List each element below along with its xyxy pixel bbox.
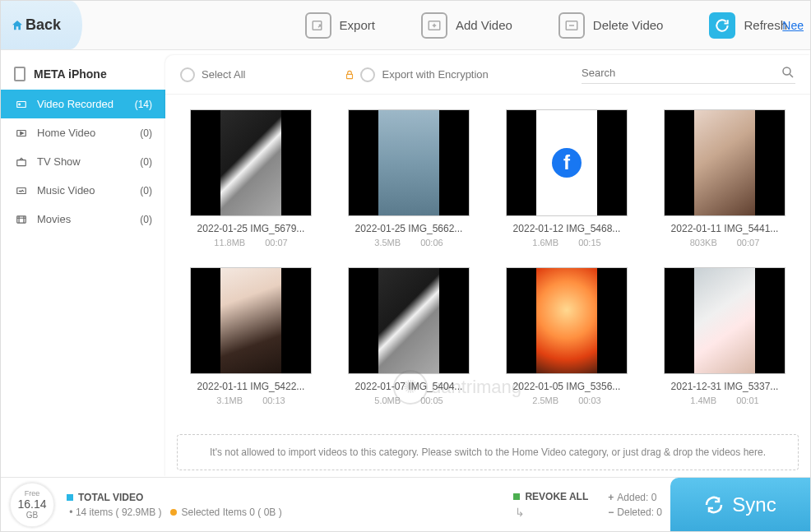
video-card[interactable]: f2022-01-12 IMG_5468...1.6MB00:15 <box>491 109 642 247</box>
sidebar-item-count: (0) <box>140 185 152 197</box>
video-duration: 00:07 <box>737 238 760 247</box>
sidebar-item-home-video[interactable]: Home Video(0) <box>1 118 165 147</box>
video-filename: 2022-01-25 IMG_5679... <box>189 223 313 234</box>
export-button[interactable]: Export <box>305 12 375 39</box>
delete-video-button[interactable]: Delete Video <box>558 12 664 39</box>
facebook-logo-icon: f <box>552 148 582 178</box>
video-size: 803KB <box>690 238 717 247</box>
video-filename: 2022-01-05 IMG_5356... <box>505 381 628 392</box>
video-duration: 00:03 <box>578 396 601 405</box>
category-icon <box>14 214 29 225</box>
device-header[interactable]: META iPhone <box>1 58 165 90</box>
deleted-count: Deleted: 0 <box>617 507 662 518</box>
total-video-detail: 14 items ( 92.9MB ) <box>76 507 162 518</box>
sidebar-item-label: Home Video <box>37 127 140 139</box>
video-meta: 803KB00:07 <box>690 238 760 247</box>
video-thumbnail <box>506 267 628 374</box>
refresh-button[interactable]: Refresh <box>709 12 787 39</box>
top-toolbar: Back Export Add Video Delete Video Refre… <box>1 1 810 50</box>
selected-items-label: Selected Items 0 ( 0B ) <box>182 507 282 518</box>
select-all-checkbox[interactable] <box>180 67 195 82</box>
top-right-link[interactable]: Nee <box>782 19 804 32</box>
video-grid-scroll[interactable]: 2022-01-25 IMG_5679...11.8MB00:072022-01… <box>165 95 810 428</box>
body: META iPhone Video Recorded(14)Home Video… <box>1 50 810 477</box>
video-duration: 00:05 <box>420 396 443 405</box>
video-meta: 5.0MB00:05 <box>374 396 443 405</box>
select-all-label: Select All <box>202 68 245 81</box>
revoke-arrow-icon: ↳ <box>513 506 593 519</box>
svg-rect-10 <box>347 74 353 78</box>
main-panel: Select All Export with Encryption 2022-0… <box>165 55 810 477</box>
refresh-label: Refresh <box>744 18 787 32</box>
add-video-button[interactable]: Add Video <box>421 12 512 39</box>
search-icon <box>781 65 795 80</box>
disk-free-unit: GB <box>26 511 38 520</box>
category-icon <box>14 99 29 110</box>
svg-point-11 <box>783 67 790 75</box>
export-icon <box>305 12 331 39</box>
video-size: 3.5MB <box>374 238 401 247</box>
video-filename: 2022-01-07 IMG_5404... <box>347 381 470 392</box>
video-size: 3.1MB <box>216 396 243 405</box>
search-input[interactable] <box>582 67 781 79</box>
video-meta: 2.5MB00:03 <box>532 396 600 405</box>
video-card[interactable]: 2022-01-11 IMG_5422...3.1MB00:13 <box>175 267 327 405</box>
sync-icon <box>704 495 724 515</box>
sync-label: Sync <box>732 493 776 516</box>
video-filename: 2022-01-25 IMG_5662... <box>347 223 470 234</box>
video-card[interactable]: 2022-01-25 IMG_5679...11.8MB00:07 <box>175 109 327 247</box>
search-box[interactable] <box>582 65 795 84</box>
sync-button[interactable]: Sync <box>670 478 810 532</box>
video-filename: 2021-12-31 IMG_5337... <box>663 381 786 392</box>
export-encrypt-checkbox[interactable] <box>360 67 375 82</box>
video-meta: 1.6MB00:15 <box>532 238 600 247</box>
video-thumbnail <box>190 267 312 374</box>
phone-icon <box>14 67 25 81</box>
teal-square-icon <box>67 494 73 501</box>
category-icon <box>14 156 29 168</box>
add-video-label: Add Video <box>456 18 512 32</box>
sidebar-item-count: (0) <box>140 214 152 225</box>
sidebar-item-movies[interactable]: Movies(0) <box>1 205 165 234</box>
sidebar-item-count: (0) <box>140 127 152 139</box>
video-card[interactable]: 2022-01-11 IMG_5441...803KB00:07 <box>649 109 800 247</box>
added-count: Added: 0 <box>617 492 656 503</box>
video-thumbnail <box>664 109 786 216</box>
video-card[interactable]: 2022-01-07 IMG_5404...5.0MB00:05 <box>333 267 484 405</box>
video-meta: 1.4MB00:01 <box>690 396 758 405</box>
svg-marker-6 <box>21 132 23 135</box>
video-duration: 00:01 <box>736 396 759 405</box>
video-duration: 00:07 <box>265 238 288 247</box>
add-video-icon <box>421 12 447 39</box>
video-filename: 2022-01-11 IMG_5441... <box>663 223 786 234</box>
disk-free-value: 16.14 <box>17 497 46 511</box>
filter-bar: Select All Export with Encryption <box>165 55 810 95</box>
footer: Free 16.14 GB TOTAL VIDEO • 14 items ( 9… <box>1 477 810 531</box>
device-name: META iPhone <box>34 67 107 81</box>
video-card[interactable]: 2022-01-05 IMG_5356...2.5MB00:03 <box>491 267 642 405</box>
sidebar: META iPhone Video Recorded(14)Home Video… <box>1 50 165 477</box>
video-duration: 00:13 <box>262 396 285 405</box>
sidebar-item-tv-show[interactable]: TV Show(0) <box>1 147 165 176</box>
video-filename: 2022-01-11 IMG_5422... <box>189 381 313 392</box>
disk-free-label: Free <box>25 489 40 497</box>
video-thumbnail <box>348 109 470 216</box>
sidebar-item-music-video[interactable]: Music Video(0) <box>1 176 165 205</box>
video-size: 5.0MB <box>374 396 401 405</box>
sidebar-item-label: Music Video <box>37 184 140 197</box>
video-card[interactable]: 2022-01-25 IMG_5662...3.5MB00:06 <box>333 109 484 247</box>
video-meta: 11.8MB00:07 <box>214 238 287 247</box>
video-thumbnail: f <box>506 109 628 216</box>
revoke-all-label: REVOKE ALL <box>525 491 588 502</box>
video-size: 2.5MB <box>532 396 558 405</box>
sidebar-item-label: TV Show <box>37 155 140 168</box>
sidebar-item-video-recorded[interactable]: Video Recorded(14) <box>1 90 165 118</box>
video-meta: 3.1MB00:13 <box>216 396 285 405</box>
video-card[interactable]: 2021-12-31 IMG_5337...1.4MB00:01 <box>649 267 800 405</box>
video-size: 1.4MB <box>690 396 716 405</box>
back-button[interactable]: Back <box>1 1 82 49</box>
video-thumbnail <box>348 267 470 374</box>
total-video-label: TOTAL VIDEO <box>78 492 143 503</box>
video-thumbnail <box>190 109 312 216</box>
svg-rect-7 <box>17 160 26 165</box>
